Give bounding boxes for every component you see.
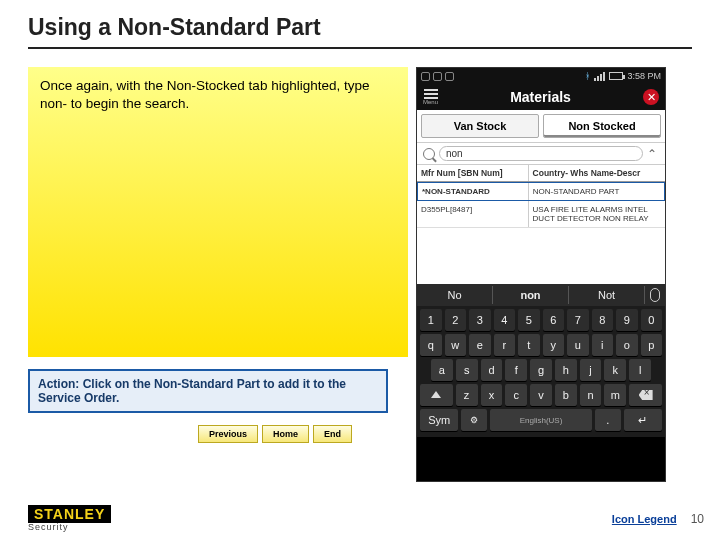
key[interactable]: e xyxy=(469,334,491,356)
end-button[interactable]: End xyxy=(313,425,352,443)
stanley-logo: STANLEY Security xyxy=(28,505,111,532)
key[interactable]: w xyxy=(445,334,467,356)
tab-non-stocked[interactable]: Non Stocked xyxy=(543,114,661,138)
key[interactable]: c xyxy=(505,384,527,406)
title-rule xyxy=(28,47,692,49)
menu-icon[interactable] xyxy=(424,89,438,99)
key[interactable]: x xyxy=(481,384,503,406)
keyboard: 1234567890 qwertyuiop asdfghjkl z x c v … xyxy=(417,306,665,437)
cell-mfr: *NON-STANDARD xyxy=(418,183,529,200)
key[interactable]: y xyxy=(543,334,565,356)
key[interactable]: b xyxy=(555,384,577,406)
page-number: 10 xyxy=(691,512,704,526)
key[interactable]: j xyxy=(580,359,602,381)
suggestion[interactable]: No xyxy=(417,286,493,304)
keyboard-suggestions: No non Not xyxy=(417,284,665,306)
key[interactable]: q xyxy=(420,334,442,356)
key[interactable]: 0 xyxy=(641,309,663,331)
app-title: Materials xyxy=(510,89,571,105)
bluetooth-icon: ᚼ xyxy=(585,71,590,81)
search-input[interactable]: non xyxy=(439,146,643,161)
key[interactable]: t xyxy=(518,334,540,356)
suggestion[interactable]: Not xyxy=(569,286,645,304)
logo-subtext: Security xyxy=(28,523,111,532)
key[interactable]: 7 xyxy=(567,309,589,331)
shift-key[interactable] xyxy=(420,384,453,406)
clock: 3:58 PM xyxy=(627,71,661,81)
key[interactable]: r xyxy=(494,334,516,356)
phone-screenshot: ᚼ 3:58 PM Menu Materials ✕ Van Stock Non… xyxy=(416,67,666,482)
key-row: asdfghjkl xyxy=(420,359,662,381)
key[interactable]: n xyxy=(580,384,602,406)
key[interactable]: 5 xyxy=(518,309,540,331)
suggestion[interactable]: non xyxy=(493,286,569,304)
previous-button[interactable]: Previous xyxy=(198,425,258,443)
logo-text: STANLEY xyxy=(28,505,111,523)
table-row[interactable]: D355PL[8487] USA FIRE LITE ALARMS INTEL … xyxy=(417,201,665,228)
menu-label: Menu xyxy=(423,99,438,105)
chevron-up-icon[interactable]: ⌃ xyxy=(647,147,659,161)
close-icon[interactable]: ✕ xyxy=(643,89,659,105)
table-row[interactable]: *NON-STANDARD NON-STANDARD PART xyxy=(417,182,665,201)
key-row: qwertyuiop xyxy=(420,334,662,356)
battery-icon xyxy=(609,72,623,80)
key[interactable]: p xyxy=(641,334,663,356)
period-key[interactable]: . xyxy=(595,409,621,431)
settings-key[interactable]: ⚙ xyxy=(461,409,487,431)
key[interactable]: 8 xyxy=(592,309,614,331)
action-box: Action: Click on the Non-Standard Part t… xyxy=(28,369,388,413)
status-icon xyxy=(445,72,454,81)
key[interactable]: f xyxy=(505,359,527,381)
backspace-key[interactable] xyxy=(629,384,662,406)
key[interactable]: o xyxy=(616,334,638,356)
key[interactable]: 6 xyxy=(543,309,565,331)
key[interactable]: v xyxy=(530,384,552,406)
enter-key[interactable]: ↵ xyxy=(624,409,662,431)
col-header-mfr: Mfr Num [SBN Num] xyxy=(417,165,529,181)
key[interactable]: 9 xyxy=(616,309,638,331)
instruction-callout: Once again, with the Non-Stocked tab hig… xyxy=(28,67,408,357)
home-button[interactable]: Home xyxy=(262,425,309,443)
table-header: Mfr Num [SBN Num] Country- Whs Name-Desc… xyxy=(417,165,665,182)
key[interactable]: i xyxy=(592,334,614,356)
key-row: Sym ⚙ English(US) . ↵ xyxy=(420,409,662,431)
key[interactable]: k xyxy=(604,359,626,381)
icon-legend-link[interactable]: Icon Legend xyxy=(612,513,677,525)
key[interactable]: m xyxy=(604,384,626,406)
key[interactable]: z xyxy=(456,384,478,406)
key[interactable]: 4 xyxy=(494,309,516,331)
key[interactable]: 3 xyxy=(469,309,491,331)
col-header-desc: Country- Whs Name-Descr xyxy=(529,165,665,181)
key[interactable]: g xyxy=(530,359,552,381)
key[interactable]: 2 xyxy=(445,309,467,331)
sym-key[interactable]: Sym xyxy=(420,409,458,431)
key-row: 1234567890 xyxy=(420,309,662,331)
status-icon xyxy=(421,72,430,81)
key[interactable]: s xyxy=(456,359,478,381)
search-icon xyxy=(423,148,435,160)
tab-van-stock[interactable]: Van Stock xyxy=(421,114,539,138)
signal-icon xyxy=(594,72,605,81)
key[interactable]: h xyxy=(555,359,577,381)
key[interactable]: 1 xyxy=(420,309,442,331)
app-title-bar: Menu Materials ✕ xyxy=(417,84,665,110)
status-bar: ᚼ 3:58 PM xyxy=(417,68,665,84)
cell-desc: USA FIRE LITE ALARMS INTEL DUCT DETECTOR… xyxy=(529,201,665,227)
mic-icon[interactable] xyxy=(645,285,665,305)
page-title: Using a Non-Standard Part xyxy=(28,14,692,41)
key[interactable]: a xyxy=(431,359,453,381)
key[interactable]: d xyxy=(481,359,503,381)
space-key[interactable]: English(US) xyxy=(490,409,592,431)
cell-desc: NON-STANDARD PART xyxy=(529,183,664,200)
cell-mfr: D355PL[8487] xyxy=(417,201,529,227)
key[interactable]: u xyxy=(567,334,589,356)
key[interactable]: l xyxy=(629,359,651,381)
key-row: z x c v b n m xyxy=(420,384,662,406)
status-icon xyxy=(433,72,442,81)
